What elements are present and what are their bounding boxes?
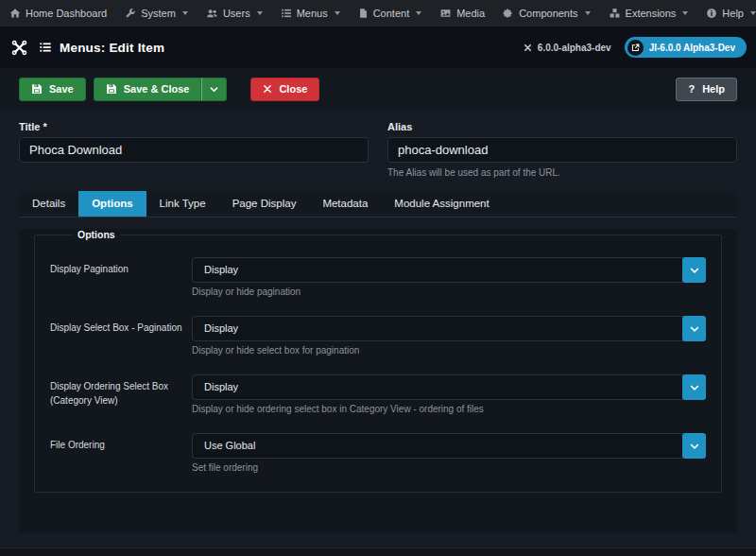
field-control: Display Display or hide pagination (192, 257, 706, 297)
close-button[interactable]: Close (250, 78, 319, 101)
wrench-icon (125, 8, 136, 19)
menubar-item-label: Users (223, 8, 250, 19)
chevron-down-icon (416, 11, 421, 15)
save-icon (31, 83, 43, 95)
cubes-icon (609, 8, 621, 19)
title-label: Title * (19, 121, 369, 132)
chevron-down-icon (335, 11, 340, 15)
close-icon (263, 84, 272, 94)
chevron-down-icon (689, 265, 700, 276)
chevron-down-icon (750, 11, 756, 15)
field-label: Display Pagination (50, 257, 192, 297)
select-value: Use Global (192, 433, 684, 459)
menubar-item-components[interactable]: Components (503, 8, 590, 19)
select-value: Display (192, 374, 684, 400)
save-button[interactable]: Save (19, 78, 86, 101)
field-control: Display Display or hide ordering select … (192, 374, 706, 414)
tab-details[interactable]: Details (19, 191, 78, 217)
select-dropdown-button[interactable] (682, 316, 706, 341)
alias-help-text: The Alias will be used as part of the UR… (387, 167, 737, 178)
alias-field-group: Alias The Alias will be used as part of … (387, 121, 737, 178)
form-row-display-select-box-pagination: Display Select Box - Pagination Display … (50, 316, 706, 356)
field-control: Use Global Set file ordering (192, 433, 706, 473)
external-link-icon (631, 43, 640, 52)
environment-badge[interactable]: JI-6.0.0 Alpha3-Dev (625, 37, 747, 58)
select-dropdown-button[interactable] (682, 374, 706, 400)
version-text: 6.0.0-alpha3-dev (538, 43, 611, 53)
alias-input[interactable] (387, 137, 737, 163)
select-dropdown-button[interactable] (682, 257, 706, 283)
field-help-text: Display or hide pagination (192, 287, 706, 297)
tab-options[interactable]: Options (78, 191, 146, 217)
tab-module-assignment[interactable]: Module Assignment (381, 191, 502, 217)
close-button-label: Close (279, 83, 307, 95)
help-button[interactable]: ? Help (676, 78, 737, 101)
tab-link-type[interactable]: Link Type (146, 191, 219, 217)
badge-circle (627, 40, 644, 56)
options-fieldset: Options Display Pagination Display Displ… (34, 229, 722, 493)
save-button-label: Save (49, 83, 74, 95)
menubar-item-label: System (141, 8, 176, 19)
menubar-item-media[interactable]: Media (439, 8, 485, 19)
menubar-item-system[interactable]: System (125, 8, 188, 19)
admin-menubar: Home Dashboard System Users Menus Conten… (0, 0, 756, 26)
display-ordering-select-box-select[interactable]: Display (192, 374, 706, 400)
menubar-item-label: Extensions (626, 8, 677, 19)
help-button-label: Help (702, 83, 725, 95)
page-title: Menus: Edit Item (60, 41, 164, 55)
field-label: Display Ordering Select Box (Category Vi… (50, 374, 192, 414)
version-indicator: 6.0.0-alpha3-dev (523, 43, 611, 53)
select-dropdown-button[interactable] (682, 433, 706, 459)
menubar-item-label: Media (456, 8, 485, 19)
file-ordering-select[interactable]: Use Global (192, 433, 706, 459)
menubar-item-label: Help (722, 8, 744, 19)
field-label: Display Select Box - Pagination (50, 316, 192, 356)
image-icon (439, 8, 452, 19)
joomla-logo-icon (11, 40, 27, 56)
menu-list-icon (39, 41, 52, 54)
header-right: 6.0.0-alpha3-dev JI-6.0.0 Alpha3-Dev (523, 37, 747, 58)
menubar-item-extensions[interactable]: Extensions (609, 8, 689, 19)
menubar-item-home-dashboard[interactable]: Home Dashboard (9, 8, 107, 19)
title-alias-section: Title * Alias The Alias will be used as … (0, 110, 756, 191)
puzzle-icon (503, 8, 514, 19)
question-mark-icon: ? (688, 83, 695, 95)
chevron-down-icon (689, 323, 700, 335)
display-pagination-select[interactable]: Display (192, 257, 706, 283)
menubar-item-label: Components (519, 8, 577, 19)
edit-item-tabs: Details Options Link Type Page Display M… (19, 191, 737, 217)
menubar-item-label: Content (373, 8, 410, 19)
chevron-down-icon (689, 382, 700, 393)
menubar-item-content[interactable]: Content (358, 8, 422, 19)
menubar-item-menus[interactable]: Menus (281, 8, 340, 19)
page-header: Menus: Edit Item 6.0.0-alpha3-dev JI-6.0… (0, 26, 756, 68)
tab-page-display[interactable]: Page Display (219, 191, 310, 217)
field-help-text: Display or hide select box for paginatio… (192, 345, 706, 356)
options-legend: Options (73, 229, 120, 240)
field-control: Display Display or hide select box for p… (192, 316, 706, 356)
menubar-item-users[interactable]: Users (206, 8, 263, 19)
chevron-down-icon (182, 11, 188, 15)
field-label: File Ordering (50, 433, 192, 473)
field-help-text: Set file ordering (192, 462, 706, 473)
chevron-down-icon (257, 11, 263, 15)
title-field-group: Title * (19, 121, 369, 178)
save-close-split-button: Save & Close (94, 78, 228, 101)
title-input[interactable] (19, 137, 369, 163)
menubar-item-label: Menus (297, 8, 328, 19)
field-help-text: Display or hide ordering select box in C… (192, 404, 706, 414)
display-select-box-pagination-select[interactable]: Display (192, 316, 706, 341)
chevron-down-icon (689, 441, 700, 452)
joomla-version-icon (523, 43, 533, 53)
options-tab-panel: Options Display Pagination Display Displ… (19, 229, 737, 533)
menubar-item-label: Home Dashboard (26, 8, 107, 19)
chevron-down-icon (682, 11, 688, 15)
tab-metadata[interactable]: Metadata (309, 191, 381, 217)
alias-label: Alias (387, 121, 737, 132)
save-options-dropdown-toggle[interactable] (201, 78, 227, 101)
menubar-item-help[interactable]: Help (706, 8, 756, 19)
select-value: Display (192, 257, 684, 283)
select-value: Display (192, 316, 684, 341)
save-close-button[interactable]: Save & Close (94, 78, 202, 101)
form-row-file-ordering: File Ordering Use Global Set file orderi… (50, 433, 706, 473)
